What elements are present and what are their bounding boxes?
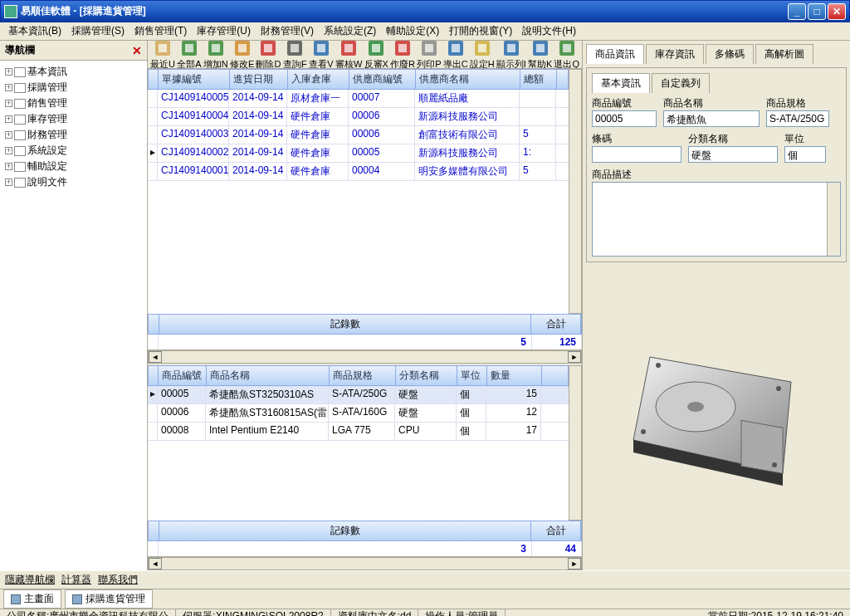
toolbar-button[interactable]: 查詢F: [281, 41, 308, 69]
toolbar-button[interactable]: 退出Q: [553, 41, 580, 69]
bottom-link[interactable]: 隱藏導航欄: [5, 573, 55, 587]
menu-item[interactable]: 系統設定(Z): [319, 22, 381, 40]
menu-item[interactable]: 打開的視窗(Y): [444, 22, 517, 40]
code-label: 商品編號: [592, 96, 657, 110]
expand-icon[interactable]: +: [5, 178, 12, 186]
info-subtab[interactable]: 基本資訊: [592, 73, 650, 93]
table-row[interactable]: 00006希捷酷魚ST3160815AS(雷射S-ATA/160G硬盤個12: [148, 404, 569, 423]
table-cell: 創富技術有限公司: [415, 126, 520, 144]
folder-icon: [14, 130, 26, 140]
info-subtab[interactable]: 自定義列: [652, 73, 710, 93]
grid2-hscroll[interactable]: ◄►: [148, 557, 582, 570]
column-header[interactable]: 單位: [457, 366, 487, 385]
document-tab[interactable]: 主畫面: [3, 589, 61, 609]
menu-item[interactable]: 說明文件(H): [517, 22, 581, 40]
tree-item[interactable]: +財務管理: [3, 127, 144, 143]
column-header[interactable]: 單據編號: [159, 70, 230, 89]
toolbar-button[interactable]: 顯示列I: [496, 41, 527, 69]
toolbar-button[interactable]: 幫助K: [527, 41, 554, 69]
close-button[interactable]: ✕: [828, 3, 846, 20]
column-header[interactable]: 商品編號: [159, 366, 207, 385]
table-row[interactable]: CJ14091400032014-09-14硬件倉庫00006創富技術有限公司5: [148, 126, 569, 144]
column-header[interactable]: 進貨日期: [230, 70, 288, 89]
column-header[interactable]: 商品規格: [330, 366, 396, 385]
tree-item[interactable]: +系統設定: [3, 143, 144, 159]
table-row[interactable]: ▸00005希捷酷魚ST3250310ASS-ATA/250G硬盤個15: [148, 386, 569, 404]
table-row[interactable]: CJ14091400012014-09-14硬件倉庫00004明安多媒體有限公司…: [148, 163, 569, 181]
column-header[interactable]: 供應商編號: [349, 70, 416, 89]
tree-item[interactable]: +基本資訊: [3, 64, 144, 80]
table-row[interactable]: ▸CJ14091400022014-09-14硬件倉庫00005新源科技服務公司…: [148, 144, 569, 163]
toolbar-button[interactable]: 設定H: [469, 41, 496, 69]
nav-close-icon[interactable]: ✕: [132, 44, 142, 57]
expand-icon[interactable]: +: [5, 131, 12, 139]
tree-item[interactable]: +庫存管理: [3, 111, 144, 127]
tree-item[interactable]: +說明文件: [3, 174, 144, 190]
column-header[interactable]: 數量: [487, 366, 542, 385]
column-header[interactable]: 總額: [520, 70, 557, 89]
menu-item[interactable]: 採購管理(S): [66, 22, 129, 40]
toolbar-button[interactable]: 審核W: [335, 41, 363, 69]
column-header[interactable]: 入庫倉庫: [288, 70, 349, 89]
hard-drive-image: [617, 340, 816, 490]
table-row[interactable]: CJ14091400042014-09-14硬件倉庫00006新源科技服務公司: [148, 108, 569, 126]
menu-item[interactable]: 財務管理(V): [256, 22, 319, 40]
table-cell: 硬件倉庫: [287, 108, 349, 125]
expand-icon[interactable]: +: [5, 115, 12, 123]
document-tab[interactable]: 採購進貨管理: [65, 589, 153, 609]
toolbar-button[interactable]: 反審X: [363, 41, 389, 69]
folder-icon: [14, 178, 26, 188]
expand-icon[interactable]: +: [5, 100, 12, 107]
tree-item[interactable]: +輔助設定: [3, 159, 144, 174]
column-header[interactable]: 分類名稱: [396, 366, 457, 385]
tab-icon: [11, 594, 21, 604]
desc-field[interactable]: [592, 182, 841, 257]
tree-item[interactable]: +採購管理: [3, 80, 144, 95]
menu-item[interactable]: 銷售管理(T): [129, 22, 192, 40]
menu-item[interactable]: 庫存管理(U): [192, 22, 256, 40]
maximize-button[interactable]: □: [808, 3, 826, 20]
bottom-link[interactable]: 計算器: [61, 573, 91, 587]
toolbar-button[interactable]: 修改E: [229, 41, 256, 69]
info-tabs: 商品資訊庫存資訊多條碼高解析圖: [586, 44, 847, 64]
category-field[interactable]: 硬盤: [688, 146, 778, 163]
toolbar-button[interactable]: 導出C: [442, 41, 469, 69]
minimize-button[interactable]: _: [788, 3, 806, 20]
table-row[interactable]: 00008Intel Pentium E2140LGA 775CPU個17: [148, 423, 569, 441]
grid1-hscroll[interactable]: ◄►: [148, 350, 582, 364]
spec-field[interactable]: S-ATA/250G: [766, 110, 829, 127]
expand-icon[interactable]: +: [5, 84, 12, 91]
toolbar-button[interactable]: 查看V: [308, 41, 335, 69]
info-tab[interactable]: 高解析圖: [755, 44, 813, 64]
toolbar-icon: [286, 41, 304, 57]
toolbar-button[interactable]: 列印P: [416, 41, 442, 69]
info-tab[interactable]: 商品資訊: [586, 44, 644, 64]
status-user: 操作人員:管理員: [418, 609, 505, 616]
column-header[interactable]: 商品名稱: [207, 366, 330, 385]
toolbar-button[interactable]: 最近U: [149, 41, 176, 69]
column-header[interactable]: 供應商名稱: [416, 70, 520, 89]
barcode-field[interactable]: [592, 146, 681, 163]
toolbar-button[interactable]: 全部A: [176, 41, 203, 69]
info-tab[interactable]: 庫存資訊: [646, 44, 704, 64]
unit-field[interactable]: 個: [784, 146, 826, 163]
toolbar-button[interactable]: 增加N: [203, 41, 229, 69]
tree-item[interactable]: +銷售管理: [3, 95, 144, 111]
bottom-link[interactable]: 聯系我們: [98, 573, 138, 587]
info-tab[interactable]: 多條碼: [706, 44, 754, 64]
grid2-vscroll[interactable]: [569, 365, 582, 521]
grid1-vscroll[interactable]: [569, 69, 582, 314]
menu-item[interactable]: 基本資訊(B): [3, 22, 66, 40]
nav-header: 導航欄 ✕: [0, 41, 147, 61]
menu-item[interactable]: 輔助設定(X): [381, 22, 444, 40]
expand-icon[interactable]: +: [5, 163, 12, 170]
expand-icon[interactable]: +: [5, 68, 12, 76]
toolbar-button[interactable]: 刪除D: [255, 41, 281, 69]
code-field[interactable]: 00005: [592, 110, 657, 127]
svg-rect-15: [344, 44, 353, 52]
expand-icon[interactable]: +: [5, 147, 12, 154]
table-cell: CJ1409140005: [158, 90, 229, 107]
toolbar-button[interactable]: 作廢R: [389, 41, 416, 69]
table-row[interactable]: CJ14091400052014-09-14原材倉庫一00007順麗紙品廠: [148, 90, 569, 108]
name-field[interactable]: 希捷酷魚ST3250310A: [663, 110, 760, 127]
